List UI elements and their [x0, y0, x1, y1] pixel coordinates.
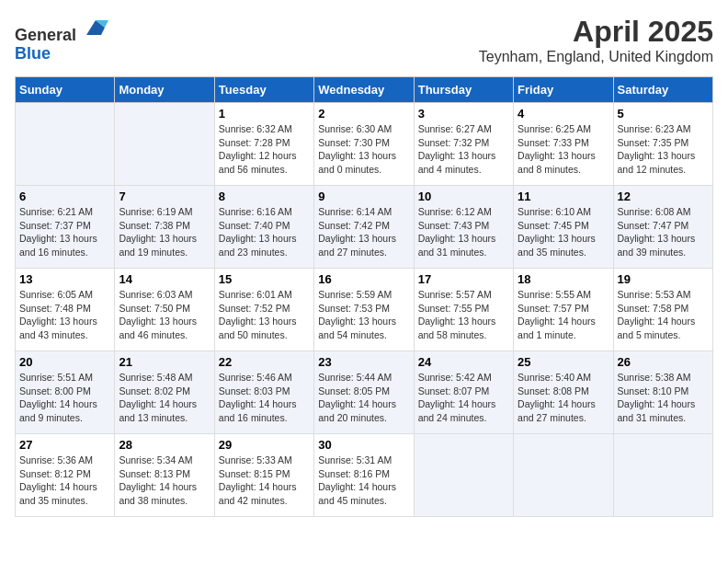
calendar-cell: 19Sunrise: 5:53 AM Sunset: 7:58 PM Dayli… — [613, 269, 712, 351]
day-detail: Sunrise: 5:57 AM Sunset: 7:55 PM Dayligh… — [418, 288, 509, 342]
day-detail: Sunrise: 6:27 AM Sunset: 7:32 PM Dayligh… — [418, 122, 509, 177]
calendar-cell: 3Sunrise: 6:27 AM Sunset: 7:32 PM Daylig… — [414, 103, 513, 186]
day-number: 28 — [119, 438, 210, 452]
day-detail: Sunrise: 6:30 AM Sunset: 7:30 PM Dayligh… — [318, 122, 409, 177]
day-number: 23 — [318, 355, 409, 369]
calendar-cell: 8Sunrise: 6:16 AM Sunset: 7:40 PM Daylig… — [214, 186, 313, 269]
logo: General Blue — [15, 15, 108, 63]
calendar-cell: 27Sunrise: 5:36 AM Sunset: 8:12 PM Dayli… — [16, 434, 115, 517]
day-number: 30 — [318, 438, 409, 452]
day-number: 6 — [19, 190, 110, 203]
day-detail: Sunrise: 5:48 AM Sunset: 8:02 PM Dayligh… — [119, 371, 210, 425]
day-number: 20 — [19, 355, 110, 369]
day-number: 9 — [318, 190, 409, 203]
day-detail: Sunrise: 6:05 AM Sunset: 7:48 PM Dayligh… — [19, 288, 110, 342]
title-block: April 2025 Teynham, England, United King… — [479, 15, 713, 65]
day-number: 3 — [418, 107, 509, 121]
day-number: 13 — [19, 272, 110, 286]
day-detail: Sunrise: 6:10 AM Sunset: 7:45 PM Dayligh… — [518, 205, 609, 259]
day-detail: Sunrise: 5:44 AM Sunset: 8:05 PM Dayligh… — [318, 371, 409, 425]
day-detail: Sunrise: 5:46 AM Sunset: 8:03 PM Dayligh… — [219, 371, 310, 425]
day-detail: Sunrise: 6:03 AM Sunset: 7:50 PM Dayligh… — [119, 288, 210, 342]
weekday-header-friday: Friday — [514, 77, 613, 103]
calendar-cell: 21Sunrise: 5:48 AM Sunset: 8:02 PM Dayli… — [115, 351, 214, 434]
day-detail: Sunrise: 6:08 AM Sunset: 7:47 PM Dayligh… — [618, 205, 709, 259]
weekday-header-monday: Monday — [115, 77, 214, 103]
logo-general: General — [15, 26, 76, 44]
calendar-week-2: 13Sunrise: 6:05 AM Sunset: 7:48 PM Dayli… — [16, 269, 713, 351]
calendar-cell: 17Sunrise: 5:57 AM Sunset: 7:55 PM Dayli… — [414, 269, 513, 351]
calendar-cell: 10Sunrise: 6:12 AM Sunset: 7:43 PM Dayli… — [414, 186, 513, 269]
day-detail: Sunrise: 5:38 AM Sunset: 8:10 PM Dayligh… — [618, 371, 709, 425]
calendar-week-4: 27Sunrise: 5:36 AM Sunset: 8:12 PM Dayli… — [16, 434, 713, 517]
day-detail: Sunrise: 5:42 AM Sunset: 8:07 PM Dayligh… — [418, 371, 509, 425]
calendar-cell: 1Sunrise: 6:32 AM Sunset: 7:28 PM Daylig… — [214, 103, 313, 186]
calendar-cell: 16Sunrise: 5:59 AM Sunset: 7:53 PM Dayli… — [314, 269, 414, 351]
day-detail: Sunrise: 6:32 AM Sunset: 7:28 PM Dayligh… — [219, 122, 310, 177]
weekday-header-thursday: Thursday — [414, 77, 513, 103]
day-number: 7 — [119, 190, 210, 203]
calendar-cell: 12Sunrise: 6:08 AM Sunset: 7:47 PM Dayli… — [613, 186, 712, 269]
calendar-cell — [16, 103, 115, 186]
calendar-cell: 26Sunrise: 5:38 AM Sunset: 8:10 PM Dayli… — [613, 351, 712, 434]
weekday-header-wednesday: Wednesday — [314, 77, 414, 103]
day-number: 2 — [318, 107, 409, 121]
calendar-subtitle: Teynham, England, United Kingdom — [479, 49, 713, 65]
day-detail: Sunrise: 6:23 AM Sunset: 7:35 PM Dayligh… — [618, 122, 709, 177]
day-detail: Sunrise: 5:40 AM Sunset: 8:08 PM Dayligh… — [518, 371, 609, 425]
weekday-header-row: SundayMondayTuesdayWednesdayThursdayFrid… — [16, 77, 713, 103]
calendar-week-0: 1Sunrise: 6:32 AM Sunset: 7:28 PM Daylig… — [16, 103, 713, 186]
calendar-cell: 22Sunrise: 5:46 AM Sunset: 8:03 PM Dayli… — [214, 351, 313, 434]
day-detail: Sunrise: 5:33 AM Sunset: 8:15 PM Dayligh… — [219, 454, 310, 508]
day-detail: Sunrise: 5:34 AM Sunset: 8:13 PM Dayligh… — [119, 454, 210, 508]
page-header: General Blue April 2025 Teynham, England… — [15, 15, 713, 65]
day-number: 22 — [219, 355, 310, 369]
day-number: 26 — [618, 355, 709, 369]
calendar-cell: 28Sunrise: 5:34 AM Sunset: 8:13 PM Dayli… — [115, 434, 214, 517]
day-number: 17 — [418, 272, 509, 286]
weekday-header-tuesday: Tuesday — [214, 77, 313, 103]
calendar-week-1: 6Sunrise: 6:21 AM Sunset: 7:37 PM Daylig… — [16, 186, 713, 269]
calendar-cell: 29Sunrise: 5:33 AM Sunset: 8:15 PM Dayli… — [214, 434, 313, 517]
calendar-cell: 25Sunrise: 5:40 AM Sunset: 8:08 PM Dayli… — [514, 351, 613, 434]
day-number: 24 — [418, 355, 509, 369]
calendar-cell: 4Sunrise: 6:25 AM Sunset: 7:33 PM Daylig… — [514, 103, 613, 186]
day-number: 10 — [418, 190, 509, 203]
day-detail: Sunrise: 5:36 AM Sunset: 8:12 PM Dayligh… — [19, 454, 110, 508]
calendar-cell — [414, 434, 513, 517]
calendar-cell: 7Sunrise: 6:19 AM Sunset: 7:38 PM Daylig… — [115, 186, 214, 269]
calendar-title: April 2025 — [479, 15, 713, 49]
day-detail: Sunrise: 6:12 AM Sunset: 7:43 PM Dayligh… — [418, 205, 509, 259]
day-number: 12 — [618, 190, 709, 203]
calendar-cell: 2Sunrise: 6:30 AM Sunset: 7:30 PM Daylig… — [314, 103, 414, 186]
day-number: 27 — [19, 438, 110, 452]
day-detail: Sunrise: 6:25 AM Sunset: 7:33 PM Dayligh… — [518, 122, 609, 177]
calendar-cell: 18Sunrise: 5:55 AM Sunset: 7:57 PM Dayli… — [514, 269, 613, 351]
calendar-cell — [613, 434, 712, 517]
calendar-cell — [514, 434, 613, 517]
calendar-cell: 6Sunrise: 6:21 AM Sunset: 7:37 PM Daylig… — [16, 186, 115, 269]
day-number: 16 — [318, 272, 409, 286]
day-number: 4 — [518, 107, 609, 121]
calendar-body: 1Sunrise: 6:32 AM Sunset: 7:28 PM Daylig… — [16, 103, 713, 517]
calendar-cell — [115, 103, 214, 186]
weekday-header-saturday: Saturday — [613, 77, 712, 103]
calendar-cell: 20Sunrise: 5:51 AM Sunset: 8:00 PM Dayli… — [16, 351, 115, 434]
calendar-header: SundayMondayTuesdayWednesdayThursdayFrid… — [16, 77, 713, 103]
calendar-table: SundayMondayTuesdayWednesdayThursdayFrid… — [15, 76, 713, 517]
day-number: 29 — [219, 438, 310, 452]
day-number: 25 — [518, 355, 609, 369]
day-detail: Sunrise: 5:59 AM Sunset: 7:53 PM Dayligh… — [318, 288, 409, 342]
day-detail: Sunrise: 6:21 AM Sunset: 7:37 PM Dayligh… — [19, 205, 110, 259]
day-detail: Sunrise: 5:51 AM Sunset: 8:00 PM Dayligh… — [19, 371, 110, 425]
calendar-cell: 15Sunrise: 6:01 AM Sunset: 7:52 PM Dayli… — [214, 269, 313, 351]
day-number: 21 — [119, 355, 210, 369]
day-number: 14 — [119, 272, 210, 286]
calendar-cell: 30Sunrise: 5:31 AM Sunset: 8:16 PM Dayli… — [314, 434, 414, 517]
day-detail: Sunrise: 6:16 AM Sunset: 7:40 PM Dayligh… — [219, 205, 310, 259]
calendar-cell: 23Sunrise: 5:44 AM Sunset: 8:05 PM Dayli… — [314, 351, 414, 434]
weekday-header-sunday: Sunday — [16, 77, 115, 103]
day-detail: Sunrise: 5:53 AM Sunset: 7:58 PM Dayligh… — [618, 288, 709, 342]
day-detail: Sunrise: 5:31 AM Sunset: 8:16 PM Dayligh… — [318, 454, 409, 508]
calendar-cell: 24Sunrise: 5:42 AM Sunset: 8:07 PM Dayli… — [414, 351, 513, 434]
